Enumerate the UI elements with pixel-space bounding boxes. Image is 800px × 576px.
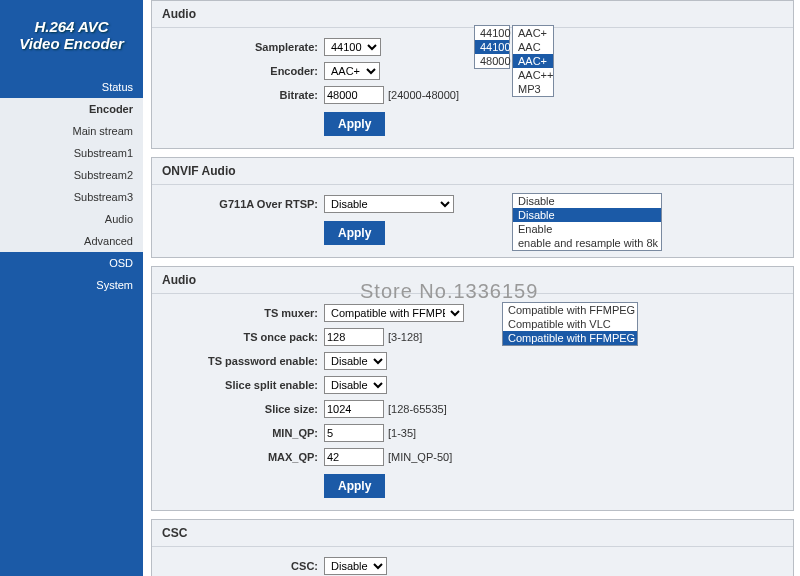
- section-audio-title: Audio: [152, 1, 793, 28]
- encoder-opt[interactable]: AAC++: [513, 68, 553, 82]
- g711a-label: G711A Over RTSP:: [164, 198, 324, 210]
- section-csc-title: CSC: [152, 520, 793, 547]
- encoder-opt[interactable]: MP3: [513, 82, 553, 96]
- samplerate-open-list[interactable]: 44100 44100 48000: [474, 25, 510, 69]
- g711a-opt[interactable]: Enable: [513, 222, 661, 236]
- slice-size-label: Slice size:: [164, 403, 324, 415]
- logo-line1: H.264 AVC: [8, 18, 135, 35]
- bitrate-note: [24000-48000]: [388, 89, 459, 101]
- slice-enable-select[interactable]: Disable: [324, 376, 387, 394]
- section-adv: Audio TS muxer: Compatible with FFMPEG C…: [151, 266, 794, 511]
- sidebar: H.264 AVC Video Encoder Status Encoder M…: [0, 0, 143, 576]
- minqp-input[interactable]: [324, 424, 384, 442]
- encoder-select[interactable]: AAC+: [324, 62, 380, 80]
- tsonce-label: TS once pack:: [164, 331, 324, 343]
- g711a-open-list[interactable]: Disable Disable Enable enable and resamp…: [512, 193, 662, 251]
- minqp-label: MIN_QP:: [164, 427, 324, 439]
- section-audio: Audio Samplerate: 44100 44100 44100 4800…: [151, 0, 794, 149]
- nav-status[interactable]: Status: [0, 76, 143, 98]
- tsonce-input[interactable]: [324, 328, 384, 346]
- section-onvif: ONVIF Audio G711A Over RTSP: Disable Dis…: [151, 157, 794, 258]
- tsmux-opt-selected[interactable]: Compatible with FFMPEG: [503, 331, 637, 345]
- bitrate-input[interactable]: [324, 86, 384, 104]
- nav-substream2[interactable]: Substream2: [0, 164, 143, 186]
- tsmux-opt[interactable]: Compatible with VLC: [503, 317, 637, 331]
- tsmux-select[interactable]: Compatible with FFMPEG: [324, 304, 464, 322]
- slice-size-input[interactable]: [324, 400, 384, 418]
- g711a-opt[interactable]: Disable: [513, 194, 661, 208]
- maxqp-note: [MIN_QP-50]: [388, 451, 452, 463]
- section-adv-title: Audio: [152, 267, 793, 294]
- csc-label: CSC:: [164, 560, 324, 572]
- logo: H.264 AVC Video Encoder: [0, 0, 143, 70]
- section-csc: CSC CSC: Disable Contrast: [0-255],Defau…: [151, 519, 794, 576]
- samplerate-label: Samplerate:: [164, 41, 324, 53]
- nav-system[interactable]: System: [0, 274, 143, 296]
- samplerate-opt-selected[interactable]: 44100: [475, 40, 509, 54]
- samplerate-select[interactable]: 44100: [324, 38, 381, 56]
- tsmux-label: TS muxer:: [164, 307, 324, 319]
- tspwd-select[interactable]: Disable: [324, 352, 387, 370]
- encoder-label: Encoder:: [164, 65, 324, 77]
- tsmux-open-list[interactable]: Compatible with FFMPEG Compatible with V…: [502, 302, 638, 346]
- g711a-opt[interactable]: enable and resample with 8k: [513, 236, 661, 250]
- nav-substream3[interactable]: Substream3: [0, 186, 143, 208]
- samplerate-opt[interactable]: 44100: [475, 26, 509, 40]
- g711a-select[interactable]: Disable: [324, 195, 454, 213]
- tsonce-note: [3-128]: [388, 331, 422, 343]
- samplerate-opt[interactable]: 48000: [475, 54, 509, 68]
- encoder-open-list[interactable]: AAC+ AAC AAC+ AAC++ MP3: [512, 25, 554, 97]
- nav-encoder[interactable]: Encoder: [0, 98, 143, 120]
- apply-button[interactable]: Apply: [324, 474, 385, 498]
- tsmux-opt[interactable]: Compatible with FFMPEG: [503, 303, 637, 317]
- nav-substream1[interactable]: Substream1: [0, 142, 143, 164]
- nav-osd[interactable]: OSD: [0, 252, 143, 274]
- maxqp-label: MAX_QP:: [164, 451, 324, 463]
- csc-select[interactable]: Disable: [324, 557, 387, 575]
- bitrate-label: Bitrate:: [164, 89, 324, 101]
- logo-line2: Video Encoder: [8, 35, 135, 52]
- slice-size-note: [128-65535]: [388, 403, 447, 415]
- encoder-opt[interactable]: AAC: [513, 40, 553, 54]
- minqp-note: [1-35]: [388, 427, 416, 439]
- slice-enable-label: Slice split enable:: [164, 379, 324, 391]
- nav-mainstream[interactable]: Main stream: [0, 120, 143, 142]
- nav-advanced[interactable]: Advanced: [0, 230, 143, 252]
- encoder-opt-selected[interactable]: AAC+: [513, 54, 553, 68]
- main-content: Store No.1336159 Audio Samplerate: 44100…: [143, 0, 800, 576]
- tspwd-label: TS password enable:: [164, 355, 324, 367]
- apply-button[interactable]: Apply: [324, 221, 385, 245]
- maxqp-input[interactable]: [324, 448, 384, 466]
- g711a-opt-selected[interactable]: Disable: [513, 208, 661, 222]
- apply-button[interactable]: Apply: [324, 112, 385, 136]
- encoder-opt[interactable]: AAC+: [513, 26, 553, 40]
- nav-audio[interactable]: Audio: [0, 208, 143, 230]
- section-onvif-title: ONVIF Audio: [152, 158, 793, 185]
